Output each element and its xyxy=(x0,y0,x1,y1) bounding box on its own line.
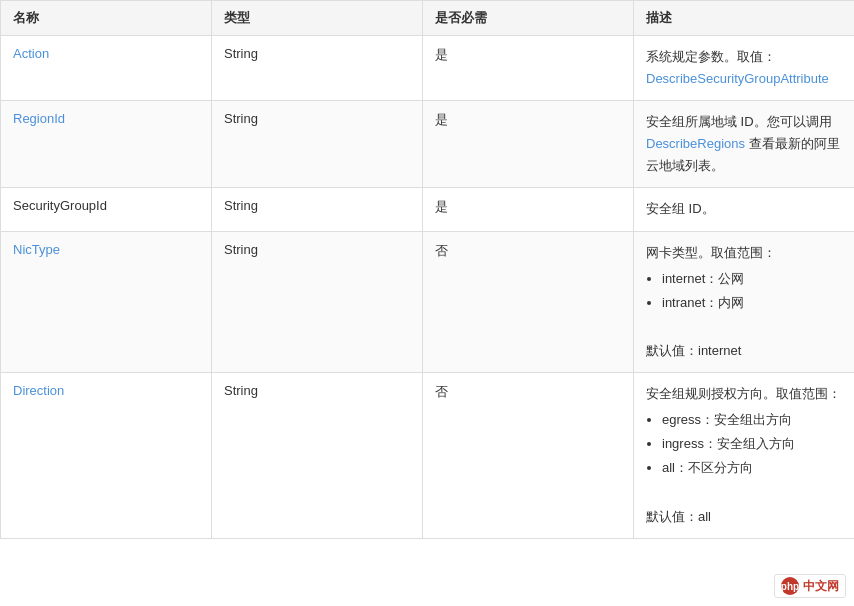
table-row: RegionIdString是安全组所属地域 ID。您可以调用 Describe… xyxy=(1,101,855,188)
cell-description: 网卡类型。取值范围：internet：公网intranet：内网默认值：inte… xyxy=(634,231,855,372)
name-link[interactable]: Direction xyxy=(13,383,64,398)
desc-list: internet：公网intranet：内网 xyxy=(662,268,842,314)
api-params-table: 名称 类型 是否必需 描述 ActionString是系统规定参数。取值：Des… xyxy=(0,0,854,539)
list-item: all：不区分方向 xyxy=(662,457,842,479)
list-item: internet：公网 xyxy=(662,268,842,290)
desc-default: 默认值：internet xyxy=(646,343,741,358)
desc-default: 默认值：all xyxy=(646,509,711,524)
table-row: SecurityGroupIdString是安全组 ID。 xyxy=(1,188,855,231)
cell-required: 是 xyxy=(423,188,634,231)
name-link[interactable]: NicType xyxy=(13,242,60,257)
cell-type: String xyxy=(212,36,423,101)
cell-name[interactable]: RegionId xyxy=(1,101,212,188)
desc-link[interactable]: DescribeRegions xyxy=(646,136,745,151)
desc-text: 系统规定参数。取值： xyxy=(646,49,776,64)
cell-description: 安全组规则授权方向。取值范围：egress：安全组出方向ingress：安全组入… xyxy=(634,373,855,539)
header-name: 名称 xyxy=(1,1,212,36)
table-row: NicTypeString否网卡类型。取值范围：internet：公网intra… xyxy=(1,231,855,372)
list-item: egress：安全组出方向 xyxy=(662,409,842,431)
cell-required: 否 xyxy=(423,373,634,539)
cell-name: SecurityGroupId xyxy=(1,188,212,231)
cell-type: String xyxy=(212,231,423,372)
list-item: ingress：安全组入方向 xyxy=(662,433,842,455)
cell-description: 系统规定参数。取值：DescribeSecurityGroupAttribute xyxy=(634,36,855,101)
cell-description: 安全组所属地域 ID。您可以调用 DescribeRegions 查看最新的阿里… xyxy=(634,101,855,188)
cell-name[interactable]: Action xyxy=(1,36,212,101)
table-header-row: 名称 类型 是否必需 描述 xyxy=(1,1,855,36)
list-item: intranet：内网 xyxy=(662,292,842,314)
cell-type: String xyxy=(212,188,423,231)
desc-intro: 网卡类型。取值范围： xyxy=(646,245,776,260)
cell-name[interactable]: Direction xyxy=(1,373,212,539)
desc-link[interactable]: DescribeSecurityGroupAttribute xyxy=(646,71,829,86)
header-description: 描述 xyxy=(634,1,855,36)
table-row: ActionString是系统规定参数。取值：DescribeSecurityG… xyxy=(1,36,855,101)
table-row: DirectionString否安全组规则授权方向。取值范围：egress：安全… xyxy=(1,373,855,539)
desc-list: egress：安全组出方向ingress：安全组入方向all：不区分方向 xyxy=(662,409,842,479)
cell-type: String xyxy=(212,373,423,539)
header-type: 类型 xyxy=(212,1,423,36)
cell-required: 是 xyxy=(423,36,634,101)
name-link[interactable]: RegionId xyxy=(13,111,65,126)
cell-required: 否 xyxy=(423,231,634,372)
desc-intro: 安全组规则授权方向。取值范围： xyxy=(646,386,841,401)
name-link[interactable]: Action xyxy=(13,46,49,61)
header-required: 是否必需 xyxy=(423,1,634,36)
cell-required: 是 xyxy=(423,101,634,188)
cell-type: String xyxy=(212,101,423,188)
cell-name[interactable]: NicType xyxy=(1,231,212,372)
cell-description: 安全组 ID。 xyxy=(634,188,855,231)
